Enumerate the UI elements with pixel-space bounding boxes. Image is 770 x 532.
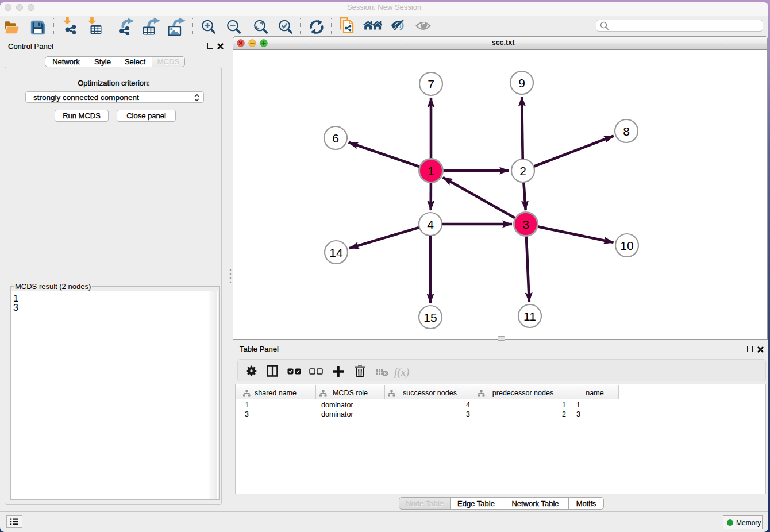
svg-text:6: 6 bbox=[332, 132, 339, 145]
svg-text:9: 9 bbox=[518, 76, 525, 90]
svg-text:15: 15 bbox=[424, 311, 437, 324]
svg-text:7: 7 bbox=[428, 78, 434, 91]
svg-text:4: 4 bbox=[427, 218, 434, 231]
svg-text:3: 3 bbox=[522, 218, 529, 231]
svg-text:1: 1 bbox=[428, 164, 434, 178]
svg-text:10: 10 bbox=[620, 239, 633, 252]
svg-text:11: 11 bbox=[523, 310, 536, 323]
svg-text:8: 8 bbox=[623, 125, 630, 138]
svg-text:14: 14 bbox=[329, 246, 343, 259]
svg-text:2: 2 bbox=[519, 164, 526, 178]
